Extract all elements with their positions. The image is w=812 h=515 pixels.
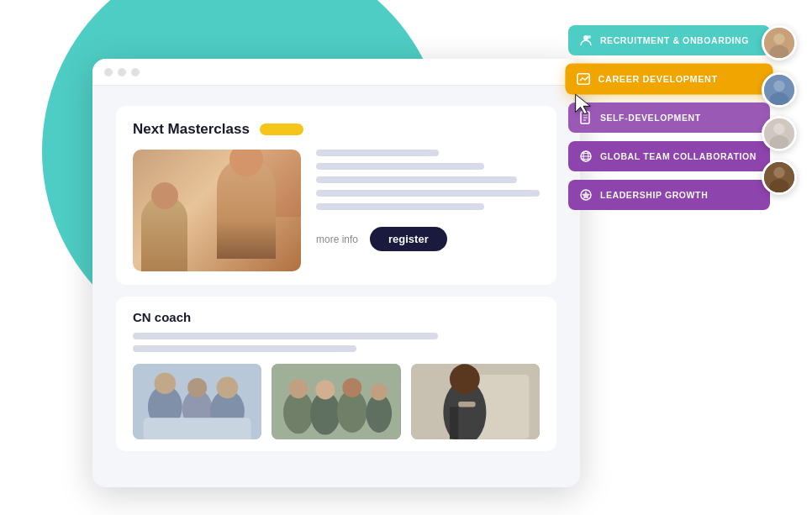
svg-point-23 bbox=[583, 35, 588, 40]
svg-point-6 bbox=[217, 377, 239, 399]
text-bar-1 bbox=[316, 150, 439, 156]
masterclass-tag bbox=[260, 123, 303, 135]
masterclass-image bbox=[133, 150, 301, 271]
browser-content: Next Masterclass more info bbox=[92, 86, 580, 487]
svg-point-20 bbox=[450, 364, 480, 394]
menu-item-leadership[interactable]: LEADERSHIP GROWTH bbox=[568, 180, 770, 210]
menu-item-self-development[interactable]: SELF-DEVELOPMENT bbox=[568, 102, 770, 133]
leadership-icon bbox=[578, 187, 593, 202]
browser-window: Next Masterclass more info bbox=[92, 59, 580, 487]
svg-point-38 bbox=[773, 123, 784, 134]
coach-bar-1 bbox=[133, 333, 438, 339]
svg-point-24 bbox=[588, 35, 591, 39]
window-dot-green bbox=[131, 68, 140, 76]
coach-image-2 bbox=[272, 364, 400, 439]
svg-point-16 bbox=[371, 383, 388, 400]
avatar-4 bbox=[762, 160, 797, 195]
svg-point-12 bbox=[316, 380, 335, 399]
text-bar-5 bbox=[316, 203, 484, 210]
svg-point-10 bbox=[289, 379, 308, 398]
svg-rect-7 bbox=[144, 418, 251, 439]
text-bar-4 bbox=[316, 190, 540, 197]
avatar-3 bbox=[762, 116, 797, 151]
menu-item-global-team[interactable]: GLOBAL TEAM COLLABORATION bbox=[568, 141, 770, 171]
coach-image-1 bbox=[133, 364, 261, 439]
coach-section: CN coach bbox=[116, 297, 556, 451]
masterclass-section: Next Masterclass more info bbox=[116, 106, 556, 285]
menu-item-career[interactable]: CAREER DEVELOPMENT bbox=[565, 63, 772, 94]
browser-titlebar bbox=[92, 59, 580, 86]
recruitment-icon bbox=[578, 33, 593, 48]
svg-point-14 bbox=[343, 378, 362, 397]
coach-title: CN coach bbox=[133, 310, 540, 324]
masterclass-info: more info register bbox=[316, 150, 540, 271]
self-dev-icon bbox=[578, 110, 593, 125]
global-team-label: GLOBAL TEAM COLLABORATION bbox=[600, 151, 757, 161]
window-dot-yellow bbox=[118, 68, 126, 76]
menu-items: RECRUITMENT & ONBOARDING CAREER DEVELOPM… bbox=[568, 25, 770, 210]
avatar-1 bbox=[762, 25, 797, 60]
avatar-2 bbox=[762, 72, 797, 108]
masterclass-body: more info register bbox=[133, 150, 540, 271]
svg-point-35 bbox=[773, 81, 784, 92]
masterclass-header: Next Masterclass bbox=[133, 121, 540, 138]
masterclass-actions: more info register bbox=[316, 227, 540, 251]
svg-point-2 bbox=[155, 373, 177, 395]
text-bar-3 bbox=[316, 176, 517, 183]
svg-rect-21 bbox=[450, 407, 458, 439]
svg-point-4 bbox=[187, 378, 207, 397]
global-icon bbox=[578, 149, 593, 164]
coach-text-bars bbox=[133, 333, 540, 352]
coach-images bbox=[133, 364, 540, 439]
coach-image-3 bbox=[411, 364, 540, 439]
image-person-left bbox=[141, 196, 187, 271]
more-info-label[interactable]: more info bbox=[316, 234, 358, 245]
career-label: CAREER DEVELOPMENT bbox=[598, 74, 759, 84]
svg-point-32 bbox=[773, 34, 784, 45]
masterclass-title: Next Masterclass bbox=[133, 121, 250, 138]
register-button[interactable]: register bbox=[370, 227, 447, 251]
text-bar-2 bbox=[316, 163, 484, 170]
avatar-list bbox=[762, 25, 797, 195]
svg-point-41 bbox=[773, 167, 784, 178]
menu-item-recruitment[interactable]: RECRUITMENT & ONBOARDING bbox=[568, 25, 770, 55]
leadership-label: LEADERSHIP GROWTH bbox=[600, 190, 757, 200]
image-person-right bbox=[217, 158, 276, 259]
self-dev-label: SELF-DEVELOPMENT bbox=[600, 113, 757, 123]
svg-rect-22 bbox=[458, 402, 475, 407]
career-icon bbox=[576, 71, 592, 87]
window-dot-red bbox=[104, 68, 113, 76]
recruitment-label: RECRUITMENT & ONBOARDING bbox=[600, 35, 757, 45]
coach-bar-2 bbox=[133, 345, 356, 352]
